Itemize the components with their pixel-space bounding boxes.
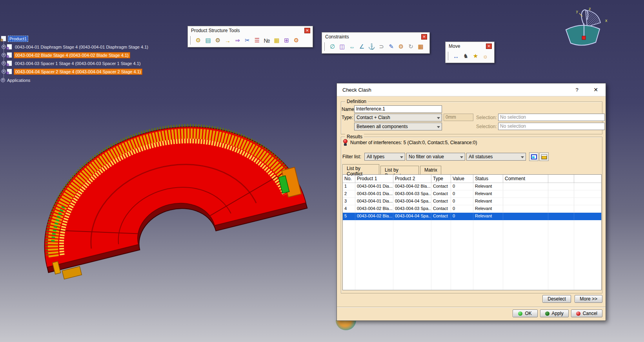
- name-input[interactable]: Interference.1: [354, 105, 442, 113]
- tree-root-label[interactable]: Product1: [8, 36, 28, 42]
- tree-item-applications[interactable]: + Applications: [1, 76, 149, 84]
- tree-item-diaphragm[interactable]: + ⚙ 0043-004-01 Diaphragm Stage 4 (0043-…: [2, 43, 149, 51]
- compass-y-label: y: [576, 9, 578, 13]
- break-link-icon[interactable]: ✂: [242, 36, 252, 45]
- table-row[interactable]: 30043-004-01 Dia... 0043-004-04 Spa...Co…: [343, 198, 601, 205]
- expand-icon[interactable]: +: [2, 53, 6, 57]
- compass[interactable]: z x y: [559, 4, 612, 50]
- fix-together-icon[interactable]: ⊃: [377, 42, 386, 51]
- smart-move-icon[interactable]: ★: [471, 51, 480, 61]
- deselect-button[interactable]: Deselect: [542, 295, 571, 303]
- insert-existing-component-icon[interactable]: →: [223, 36, 233, 45]
- filter-types-dropdown[interactable]: All types: [364, 153, 405, 161]
- ok-button[interactable]: OK: [513, 309, 538, 317]
- toolbar-grip[interactable]: [324, 42, 326, 51]
- anchor-constraint-icon[interactable]: ⚓: [367, 42, 377, 51]
- tab-list-by-conflict[interactable]: List by Conflict: [342, 164, 379, 174]
- tree-item-spacer1[interactable]: + ⚙ 0043-004-03 Spacer 1 Stage 4 (0043-0…: [2, 59, 149, 67]
- results-legend: Results: [345, 134, 364, 139]
- explode-icon[interactable]: ☼: [480, 51, 490, 61]
- type-dropdown[interactable]: Contact + Clash: [354, 114, 442, 121]
- apply-button[interactable]: Apply: [540, 309, 569, 317]
- multi-instantiation-icon[interactable]: ⚙: [291, 36, 301, 45]
- col-type[interactable]: Type: [431, 175, 451, 183]
- tab-matrix[interactable]: Matrix: [420, 166, 441, 174]
- table-row[interactable]: 40043-004-02 Bla... 0043-004-03 Spa...Co…: [343, 205, 601, 213]
- close-icon[interactable]: ✕: [486, 43, 492, 49]
- tree-item-spacer2[interactable]: + ⚙ 0043-004-04 Spacer 2 Stage 4 (0043-0…: [2, 67, 149, 76]
- quick-constraint-icon[interactable]: ✎: [386, 42, 396, 51]
- interference-count-text: Number of interferences: 5 (Clash:0, Con…: [350, 140, 477, 145]
- tree-item-label[interactable]: 0043-004-01 Diaphragm Stage 4 (0043-004-…: [14, 44, 149, 50]
- scope-dropdown[interactable]: Between all components: [354, 123, 442, 130]
- help-icon[interactable]: ?: [573, 87, 581, 93]
- selection1-field[interactable]: No selection: [498, 114, 605, 121]
- compass-anchor[interactable]: [582, 36, 586, 40]
- part-icon: ⚙: [7, 60, 12, 66]
- toolbar-grip[interactable]: [448, 52, 449, 60]
- tree-item-blade[interactable]: + ⚙ 0043-004-02 Blade Stage 4 (0043-004-…: [2, 51, 149, 59]
- coincidence-constraint-icon[interactable]: ∅: [327, 42, 337, 51]
- table-header: No. Product 1 Product 2 Type Value Statu…: [343, 175, 601, 183]
- change-constraint-icon[interactable]: ↻: [406, 42, 416, 51]
- expand-icon[interactable]: +: [2, 45, 6, 49]
- table-row-selected[interactable]: 50043-004-02 Bla... 0043-004-04 Spa...Co…: [343, 213, 601, 220]
- table-row[interactable]: 20043-004-01 Dia... 0043-004-03 Spa...Co…: [343, 190, 601, 198]
- export-report-icon[interactable]: [539, 152, 549, 161]
- tree-item-label[interactable]: 0043-004-04 Spacer 2 Stage 4 (0043-004-0…: [14, 69, 142, 75]
- filter-value-dropdown[interactable]: No filter on value: [406, 153, 465, 161]
- selective-load-icon[interactable]: ▦: [272, 36, 282, 45]
- tree-root[interactable]: ⚙ Product1: [1, 34, 149, 43]
- new-product-icon[interactable]: ▤: [203, 36, 213, 45]
- col-status[interactable]: Status: [473, 175, 503, 183]
- cancel-button[interactable]: Cancel: [571, 309, 602, 317]
- tree-item-label[interactable]: 0043-004-02 Blade Stage 4 (0043-004-02 B…: [14, 52, 130, 58]
- expand-icon[interactable]: +: [1, 78, 5, 82]
- manipulation-icon[interactable]: ↔: [451, 51, 461, 61]
- col-product2[interactable]: Product 2: [393, 175, 431, 183]
- product-icon: ⚙: [1, 36, 6, 42]
- toolbar-move: Move ✕ ↔ ♞ ★ ☼: [445, 42, 495, 63]
- new-component-icon[interactable]: ⚙: [193, 36, 203, 45]
- replace-component-icon[interactable]: ⇒: [233, 36, 242, 45]
- toolbar-grip[interactable]: [190, 36, 191, 45]
- tree-item-label[interactable]: 0043-004-03 Spacer 1 Stage 4 (0043-004-0…: [14, 61, 142, 66]
- tree-item-label[interactable]: Applications: [6, 78, 31, 83]
- close-icon[interactable]: ✕: [591, 87, 600, 93]
- col-value[interactable]: Value: [451, 175, 473, 183]
- contact-constraint-icon[interactable]: ◫: [337, 42, 347, 51]
- expand-icon[interactable]: +: [2, 61, 6, 65]
- close-icon[interactable]: ✕: [304, 28, 310, 33]
- col-comment[interactable]: Comment: [503, 175, 548, 183]
- ok-sphere-icon: [518, 311, 522, 316]
- reuse-pattern-icon[interactable]: ▦: [416, 42, 426, 51]
- manage-representations-icon[interactable]: ⊞: [282, 36, 291, 45]
- world-sphere-icon: [336, 320, 356, 330]
- selection2-field[interactable]: No selection: [498, 123, 605, 130]
- selection1-label: Selection: 1: [476, 115, 501, 120]
- more-button[interactable]: More >>: [575, 295, 602, 303]
- toolbar-constraints: Constraints ✕ ∅ ◫ ⇔ ∠ ⚓ ⊃ ✎ ⚙ ↻ ▦: [322, 32, 430, 54]
- part-icon: ⚙: [7, 69, 12, 74]
- part-icon: ⚙: [7, 52, 12, 58]
- check-clash-dialog: Check Clash ? ✕ Definition Name: Interfe…: [337, 83, 606, 321]
- new-part-icon[interactable]: ⚙: [213, 36, 223, 45]
- toolbar-product-structure: Product Structure Tools ✕ ⚙ ▤ ⚙ → ⇒ ✂ ☰ …: [187, 26, 313, 47]
- model-viewport[interactable]: [20, 116, 337, 284]
- expand-icon[interactable]: +: [2, 69, 6, 74]
- angle-constraint-icon[interactable]: ∠: [357, 42, 367, 51]
- offset-constraint-icon[interactable]: ⇔: [347, 42, 357, 51]
- toolbar-title: Constraints: [325, 34, 349, 40]
- generate-numbering-icon[interactable]: №: [262, 36, 272, 45]
- dialog-titlebar[interactable]: Check Clash ? ✕: [337, 83, 606, 96]
- snap-icon[interactable]: ♞: [461, 51, 471, 61]
- table-row[interactable]: 10043-004-01 Dia... 0043-004-02 Bla...Co…: [343, 183, 601, 190]
- tab-list-by-product[interactable]: List by Product: [380, 166, 419, 174]
- filter-status-dropdown[interactable]: All statuses: [466, 153, 526, 161]
- graph-tree-reordering-icon[interactable]: ☰: [252, 36, 262, 45]
- close-icon[interactable]: ✕: [421, 34, 427, 40]
- visualization-filter-icon[interactable]: [529, 152, 538, 161]
- selection2-label: Selection: 2: [476, 124, 501, 129]
- part-icon: ⚙: [7, 44, 12, 50]
- flexible-rigid-icon[interactable]: ⚙: [396, 42, 406, 51]
